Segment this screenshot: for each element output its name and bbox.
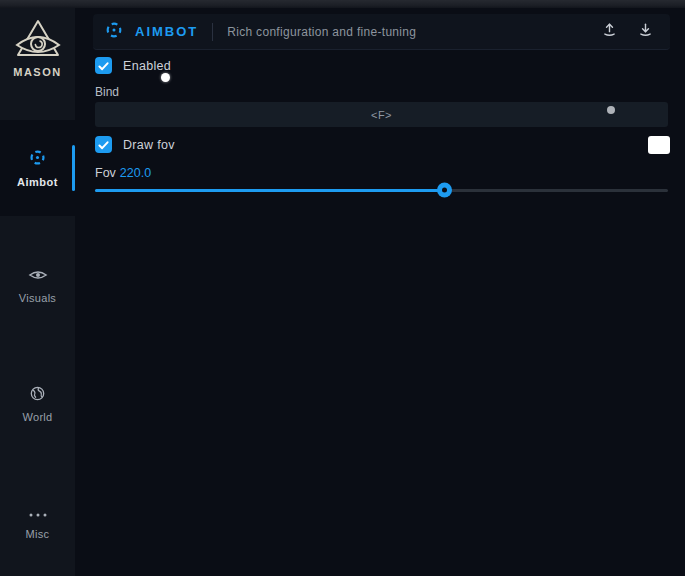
crosshair-icon xyxy=(105,21,123,43)
download-icon xyxy=(637,21,654,42)
fov-slider-handle[interactable] xyxy=(437,183,452,198)
fov-color-picker[interactable] xyxy=(648,136,670,154)
page-title: AIMBOT xyxy=(135,24,198,39)
fov-slider-fill xyxy=(95,189,445,192)
ellipsis-icon xyxy=(28,504,48,522)
brand-name: MASON xyxy=(0,66,75,78)
sidebar-item-label: Misc xyxy=(26,528,50,540)
fov-label-text: Fov xyxy=(95,166,116,180)
check-icon xyxy=(98,57,109,75)
fov-label: Fov220.0 xyxy=(95,166,151,180)
page-subtitle: Rich configuration and fine-tuning xyxy=(227,25,416,39)
fov-value: 220.0 xyxy=(120,166,151,180)
bind-label: Bind xyxy=(95,85,119,99)
upload-config-button[interactable] xyxy=(596,19,622,45)
sidebar-item-label: Aimbot xyxy=(17,176,58,188)
sidebar-item-world[interactable]: World xyxy=(0,356,75,452)
sidebar-item-aimbot[interactable]: Aimbot xyxy=(0,120,75,216)
globe-icon xyxy=(30,386,45,405)
bind-key-button[interactable]: <F> xyxy=(95,102,668,127)
check-icon xyxy=(98,136,109,154)
sidebar-item-label: World xyxy=(22,411,52,423)
sidebar-item-visuals[interactable]: Visuals xyxy=(0,238,75,334)
crosshair-icon xyxy=(29,149,46,170)
sidebar-item-misc[interactable]: Misc xyxy=(0,474,75,570)
upload-icon xyxy=(601,21,618,42)
enabled-label: Enabled xyxy=(123,59,171,73)
enabled-checkbox[interactable] xyxy=(95,57,112,74)
enabled-row: Enabled xyxy=(95,57,171,74)
sidebar-item-label: Visuals xyxy=(19,292,56,304)
mason-eye-pyramid-icon xyxy=(0,18,75,62)
draw-fov-label: Draw fov xyxy=(123,138,175,152)
eye-icon xyxy=(28,268,48,286)
draw-fov-checkbox[interactable] xyxy=(95,136,112,153)
window-top-edge xyxy=(0,0,685,8)
download-config-button[interactable] xyxy=(632,19,658,45)
mouse-cursor-dot xyxy=(161,73,170,82)
brand-logo: MASON xyxy=(0,18,75,78)
header-divider xyxy=(212,23,213,41)
draw-fov-row: Draw fov xyxy=(95,136,175,153)
page-header: AIMBOT Rich configuration and fine-tunin… xyxy=(93,14,670,50)
secondary-cursor-dot xyxy=(607,106,615,114)
fov-slider[interactable] xyxy=(95,182,668,198)
bind-key-value: <F> xyxy=(371,109,392,121)
sidebar: MASON Aimbot Visuals World xyxy=(0,8,75,576)
